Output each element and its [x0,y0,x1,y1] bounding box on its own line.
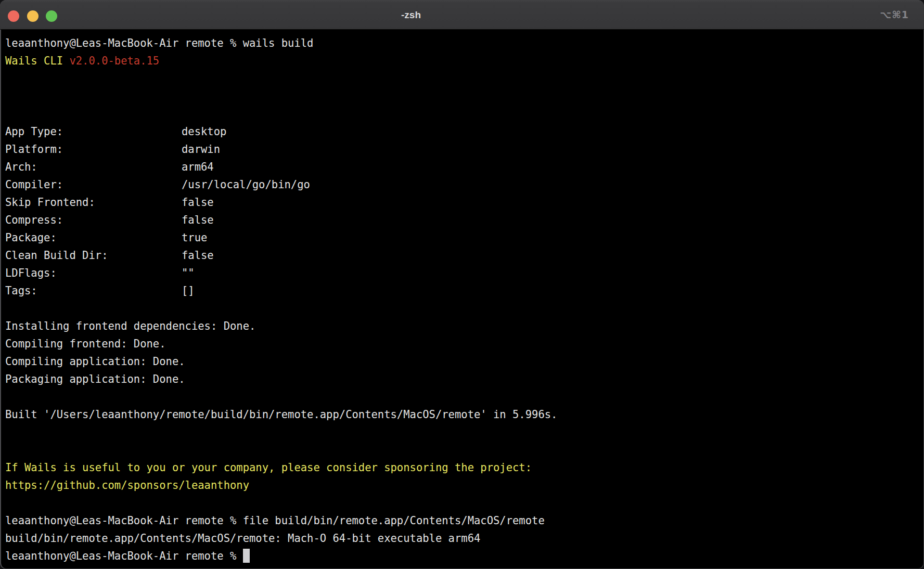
config-label: App Type: [5,123,182,140]
config-label: Clean Build Dir: [5,247,182,264]
config-value: false [182,214,214,226]
progress-line-package-app: Packaging application: Done. [5,370,919,388]
config-label: Package: [5,229,182,247]
wails-cli-label: Wails CLI [5,55,69,67]
progress-line-compile-app: Compiling application: Done. [5,353,919,370]
blank-line [5,441,919,459]
window-title: -zsh [401,0,421,30]
config-label: Compiler: [5,176,182,193]
blank-line [5,87,919,105]
config-row-tags: Tags:[] [5,282,919,300]
close-button[interactable] [8,10,19,22]
blank-line [5,494,919,512]
prompt-line-file-command: leaanthony@Leas-MacBook-Air remote % fil… [5,512,919,529]
config-value: false [182,196,214,209]
title-bar[interactable]: -zsh ⌥⌘1 [0,0,924,30]
config-label: Arch: [5,158,182,176]
built-result-line: Built '/Users/leaanthony/remote/build/bi… [5,406,919,423]
blank-line [5,300,919,317]
config-row-platform: Platform:darwin [5,140,919,158]
config-row-clean-build-dir: Clean Build Dir:false [5,247,919,264]
terminal-window: -zsh ⌥⌘1 leaanthony@Leas-MacBook-Air rem… [0,0,924,569]
terminal-content[interactable]: leaanthony@Leas-MacBook-Air remote % wai… [0,30,924,565]
sponsor-message-line: If Wails is useful to you or your compan… [5,459,919,476]
config-value: desktop [182,125,226,138]
sponsor-url-link[interactable]: https://github.com/sponsors/leaanthony [5,476,919,494]
config-label: Tags: [5,282,182,300]
terminal-cursor [243,549,250,563]
wails-version-line: Wails CLI v2.0.0-beta.15 [5,52,919,70]
config-label: Compress: [5,211,182,229]
config-value: darwin [182,143,220,156]
config-row-compiler: Compiler:/usr/local/go/bin/go [5,176,919,193]
config-row-arch: Arch:arm64 [5,158,919,176]
config-value: true [182,231,207,244]
current-prompt-line: leaanthony@Leas-MacBook-Air remote % [5,547,919,565]
blank-line [5,423,919,441]
config-row-ldflags: LDFlags:"" [5,264,919,282]
config-row-compress: Compress:false [5,211,919,229]
config-row-app-type: App Type:desktop [5,123,919,140]
blank-line [5,105,919,123]
minimize-button[interactable] [27,10,38,22]
config-label: Platform: [5,140,182,158]
config-value: [] [182,284,195,297]
config-value: "" [182,267,195,279]
config-row-skip-frontend: Skip Frontend:false [5,193,919,211]
blank-line [5,388,919,406]
config-value: /usr/local/go/bin/go [182,178,310,191]
blank-line [5,70,919,87]
config-value: false [182,249,214,262]
file-command-output-line: build/bin/remote.app/Contents/MacOS/remo… [5,529,919,547]
config-label: Skip Frontend: [5,193,182,211]
prompt-text: leaanthony@Leas-MacBook-Air remote % [5,550,243,562]
config-value: arm64 [182,161,214,173]
prompt-line-wails-build: leaanthony@Leas-MacBook-Air remote % wai… [5,34,919,52]
progress-line-compile-frontend: Compiling frontend: Done. [5,335,919,353]
tab-shortcut-label: ⌥⌘1 [880,0,909,30]
zoom-button[interactable] [46,10,57,22]
config-row-package: Package:true [5,229,919,247]
config-label: LDFlags: [5,264,182,282]
wails-version: v2.0.0-beta.15 [69,55,159,67]
progress-line-frontend-deps: Installing frontend dependencies: Done. [5,317,919,335]
